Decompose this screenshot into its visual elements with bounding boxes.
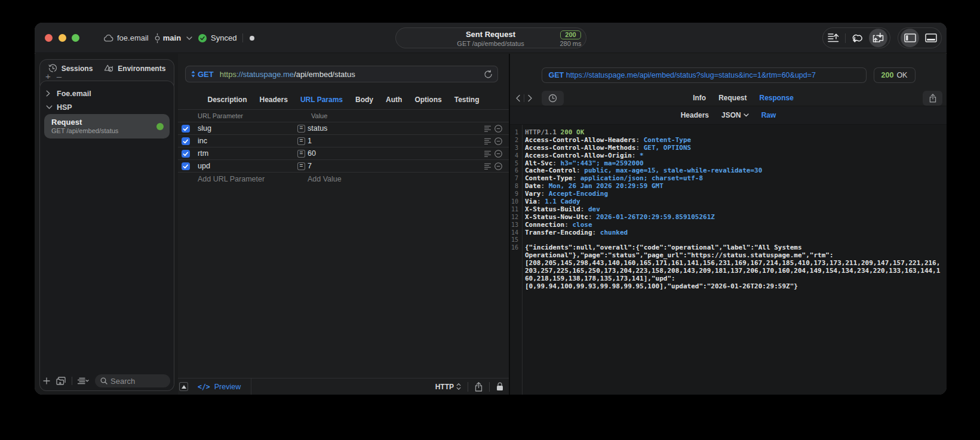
tree-item-foe-email[interactable]: Foe.email (39, 87, 174, 100)
param-text-icon[interactable] (484, 163, 491, 170)
request-title: Request (51, 118, 170, 127)
code-segment: Accept-Encoding (549, 190, 608, 198)
method-select-icon[interactable] (191, 70, 195, 78)
code-segment: Operational"},"page":"status","page_url"… (525, 251, 834, 259)
response-subtab-headers[interactable]: Headers (681, 111, 709, 119)
response-tab-response[interactable]: Response (759, 94, 793, 102)
code-segment: X-Status-Build (525, 205, 580, 213)
request-tab-headers[interactable]: Headers (260, 96, 288, 104)
param-name[interactable]: slug (198, 124, 211, 133)
line-number: 13 (510, 221, 520, 229)
remove-session-button[interactable]: – (57, 72, 62, 80)
request-tab-testing[interactable]: Testing (454, 96, 480, 104)
response-status-code: 200 (881, 71, 894, 79)
request-tab-body[interactable]: Body (355, 96, 373, 104)
code-segment: X-Status-Now-Utc (525, 213, 588, 221)
remove-param-icon[interactable] (494, 162, 502, 170)
remove-param-icon[interactable] (494, 125, 502, 133)
url-host: ://statuspage.me (236, 70, 294, 79)
sync-status: Synced (211, 33, 236, 42)
history-button[interactable] (542, 91, 564, 106)
param-name[interactable]: inc (198, 137, 207, 145)
code-segment: : (576, 167, 584, 174)
preview-button[interactable]: Preview (214, 383, 241, 391)
response-tab-info[interactable]: Info (693, 94, 706, 102)
chevron-down-icon[interactable] (186, 36, 192, 40)
minimize-window-button[interactable] (59, 34, 66, 42)
lock-icon[interactable] (496, 382, 503, 391)
remove-param-icon[interactable] (494, 137, 502, 145)
toggle-bottom-panel-button[interactable] (921, 29, 940, 47)
search-input[interactable]: Search (95, 374, 170, 387)
collapse-panel-button[interactable] (179, 382, 188, 391)
param-value[interactable]: 1 (308, 137, 312, 145)
tree-item-hsp[interactable]: HSP (39, 100, 174, 114)
sort-filter-button[interactable] (78, 377, 89, 384)
param-checkbox[interactable] (182, 150, 190, 158)
request-tab-description[interactable]: Description (208, 96, 247, 104)
request-url-bar[interactable]: GET https://statuspage.me/api/embed/stat… (185, 66, 498, 82)
add-parameter-placeholder[interactable]: Add URL Parameter (198, 175, 265, 183)
param-value[interactable]: 7 (308, 162, 312, 170)
toolbar-group-actions (822, 27, 890, 48)
response-subtab-raw[interactable]: Raw (761, 111, 776, 119)
back-button[interactable] (515, 94, 521, 102)
sent-request-url-box[interactable]: GET https://statuspage.me/api/embed/stat… (542, 67, 867, 83)
toolbar-group-layout (898, 27, 942, 48)
param-checkbox[interactable] (182, 125, 190, 133)
project-name[interactable]: foe.email (117, 33, 149, 42)
branch-name[interactable]: main (163, 33, 181, 42)
protocol-select[interactable]: HTTP (435, 383, 454, 391)
forward-button[interactable] (527, 94, 533, 102)
titlebar-divider (242, 33, 243, 42)
request-tab-auth[interactable]: Auth (386, 96, 402, 104)
sidebar-tab-sessions[interactable]: Sessions (48, 64, 93, 73)
request-method[interactable]: GET (198, 70, 214, 79)
request-tab-url-params[interactable]: URL Params (300, 96, 343, 104)
code-segment: : (552, 159, 560, 167)
close-window-button[interactable] (45, 34, 53, 42)
line-number: 16 (510, 244, 520, 252)
toggle-sidebar-button[interactable] (901, 29, 919, 47)
response-status-text: OK (896, 71, 907, 79)
request-tab-options[interactable]: Options (414, 96, 441, 104)
activity-pill[interactable]: Sent Request GET /api/embed/status 200 2… (395, 27, 586, 48)
send-receive-button[interactable] (869, 29, 887, 47)
code-segment: Vary (525, 190, 541, 198)
params-add-row[interactable]: Add URL Parameter Add Value (178, 173, 509, 185)
request-url[interactable]: https://statuspage.me/api/embed/status (220, 70, 355, 79)
add-value-placeholder[interactable]: Add Value (308, 175, 342, 183)
param-value[interactable]: status (308, 124, 327, 133)
line-number: 15 (510, 236, 520, 244)
param-checkbox[interactable] (182, 137, 190, 146)
code-segment: dev (588, 205, 600, 213)
param-text-icon[interactable] (484, 125, 491, 132)
environments-icon (104, 64, 113, 73)
new-group-button[interactable] (56, 377, 66, 385)
response-tab-request[interactable]: Request (718, 94, 746, 102)
refresh-icon[interactable] (484, 70, 493, 79)
param-name[interactable]: rtm (198, 149, 208, 158)
sidebar: Sessions Environments + – (35, 54, 178, 395)
add-session-button[interactable]: + (45, 72, 51, 80)
publish-button[interactable] (824, 29, 843, 47)
sync-cloud-button[interactable] (848, 29, 867, 47)
remove-param-icon[interactable] (494, 150, 502, 158)
updown-arrows-icon (456, 383, 461, 390)
param-checkbox[interactable] (182, 162, 190, 171)
param-name[interactable]: upd (198, 162, 210, 170)
sync-icon (851, 33, 864, 43)
zoom-window-button[interactable] (72, 34, 79, 42)
response-subtab-json[interactable]: JSON (721, 111, 749, 119)
sidebar-tab-environments[interactable]: Environments (104, 64, 165, 73)
add-request-button[interactable] (43, 377, 50, 384)
param-text-icon[interactable] (484, 138, 491, 144)
export-response-button[interactable] (923, 91, 942, 106)
share-button[interactable] (475, 382, 483, 392)
search-icon (100, 377, 107, 384)
param-value[interactable]: 60 (308, 149, 316, 158)
line-number: 3 (510, 144, 520, 152)
param-text-icon[interactable] (484, 150, 491, 157)
response-raw-view[interactable]: 1HTTP/1.1 200 OK2Access-Control-Allow-He… (510, 124, 947, 395)
tree-item-request-selected[interactable]: Request GET /api/embed/status (44, 114, 170, 139)
